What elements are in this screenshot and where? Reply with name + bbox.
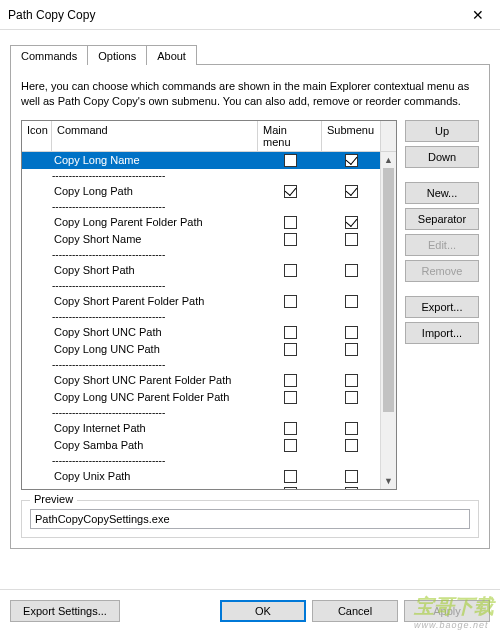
submenu-checkbox[interactable] (345, 391, 358, 404)
scroll-up-button[interactable]: ▲ (381, 152, 396, 168)
ok-button[interactable]: OK (220, 600, 306, 622)
vertical-scrollbar[interactable]: ▲ ▼ (380, 152, 396, 489)
submenu-checkbox[interactable] (345, 233, 358, 246)
tab-commands[interactable]: Commands (10, 45, 88, 65)
main-menu-checkbox[interactable] (284, 470, 297, 483)
main-menu-checkbox[interactable] (284, 233, 297, 246)
table-row[interactable]: Copy Samba Path (22, 437, 396, 454)
submenu-cell (322, 421, 380, 435)
table-row[interactable]: Copy Long Name (22, 152, 396, 169)
submenu-cell (322, 184, 380, 198)
separator-row[interactable]: ---------------------------------- (22, 454, 396, 468)
submenu-checkbox[interactable] (345, 154, 358, 167)
submenu-checkbox[interactable] (345, 374, 358, 387)
separator-row[interactable]: ---------------------------------- (22, 279, 396, 293)
submenu-checkbox[interactable] (345, 470, 358, 483)
table-row[interactable]: Copy Short Name (22, 231, 396, 248)
main-menu-checkbox[interactable] (284, 264, 297, 277)
submenu-checkbox[interactable] (345, 487, 358, 489)
preview-input[interactable] (30, 509, 470, 529)
separator-row[interactable]: ---------------------------------- (22, 248, 396, 262)
up-button[interactable]: Up (405, 120, 479, 142)
cancel-button[interactable]: Cancel (312, 600, 398, 622)
scroll-down-button[interactable]: ▼ (381, 473, 396, 489)
main-menu-checkbox[interactable] (284, 374, 297, 387)
table-row[interactable]: Copy Long UNC Parent Folder Path (22, 389, 396, 406)
row-command-label: Copy Long UNC Parent Folder Path (52, 391, 258, 403)
main-row: Icon Command Main menu Submenu Copy Long… (21, 120, 479, 490)
row-command-label: Copy Samba Path (52, 439, 258, 451)
main-menu-cell (258, 342, 322, 356)
submenu-checkbox[interactable] (345, 185, 358, 198)
submenu-cell (322, 390, 380, 404)
main-menu-checkbox[interactable] (284, 295, 297, 308)
main-menu-checkbox[interactable] (284, 326, 297, 339)
header-command[interactable]: Command (52, 121, 258, 151)
main-menu-cell (258, 486, 322, 488)
table-row[interactable]: Copy Short UNC Path (22, 324, 396, 341)
table-row[interactable]: Copy Short Path (22, 262, 396, 279)
spacer (405, 172, 479, 178)
main-menu-checkbox[interactable] (284, 216, 297, 229)
import-button[interactable]: Import... (405, 322, 479, 344)
table-row[interactable]: Copy Long Parent Folder Path (22, 214, 396, 231)
submenu-cell (322, 469, 380, 483)
separator-row[interactable]: ---------------------------------- (22, 169, 396, 183)
tab-about[interactable]: About (146, 45, 197, 65)
table-row[interactable]: Copy Long UNC Path (22, 341, 396, 358)
main-menu-checkbox[interactable] (284, 154, 297, 167)
main-menu-checkbox[interactable] (284, 343, 297, 356)
separator-row[interactable]: ---------------------------------- (22, 200, 396, 214)
table-row[interactable]: Copy Unix Path (22, 468, 396, 485)
submenu-checkbox[interactable] (345, 422, 358, 435)
scroll-thumb[interactable] (383, 168, 394, 412)
table-row[interactable]: Copy Short UNC Parent Folder Path (22, 372, 396, 389)
table-row[interactable]: Copy Internet Path (22, 420, 396, 437)
table-row[interactable]: Copy Short Parent Folder Path (22, 293, 396, 310)
new-button[interactable]: New... (405, 182, 479, 204)
main-menu-checkbox[interactable] (284, 391, 297, 404)
submenu-cell (322, 325, 380, 339)
submenu-checkbox[interactable] (345, 295, 358, 308)
main-menu-cell (258, 438, 322, 452)
header-submenu[interactable]: Submenu (322, 121, 380, 151)
main-menu-checkbox[interactable] (284, 422, 297, 435)
main-menu-cell (258, 373, 322, 387)
submenu-checkbox[interactable] (345, 216, 358, 229)
submenu-cell (322, 373, 380, 387)
apply-button[interactable]: Apply (404, 600, 490, 622)
main-menu-cell (258, 325, 322, 339)
separator-row[interactable]: ---------------------------------- (22, 406, 396, 420)
submenu-checkbox[interactable] (345, 343, 358, 356)
submenu-checkbox[interactable] (345, 326, 358, 339)
grid-rows: Copy Long Name--------------------------… (22, 152, 396, 489)
side-buttons: Up Down New... Separator Edit... Remove … (405, 120, 479, 490)
commands-grid[interactable]: Icon Command Main menu Submenu Copy Long… (21, 120, 397, 490)
main-menu-cell (258, 390, 322, 404)
edit-button[interactable]: Edit... (405, 234, 479, 256)
separator-button[interactable]: Separator (405, 208, 479, 230)
grid-header: Icon Command Main menu Submenu (22, 121, 396, 152)
submenu-checkbox[interactable] (345, 439, 358, 452)
scroll-track[interactable] (381, 168, 396, 473)
submenu-checkbox[interactable] (345, 264, 358, 277)
export-button[interactable]: Export... (405, 296, 479, 318)
header-main-menu[interactable]: Main menu (258, 121, 322, 151)
row-command-label: Copy Long UNC Path (52, 343, 258, 355)
table-row[interactable]: Copy Long Path (22, 183, 396, 200)
export-settings-button[interactable]: Export Settings... (10, 600, 120, 622)
main-menu-checkbox[interactable] (284, 487, 297, 489)
header-icon[interactable]: Icon (22, 121, 52, 151)
separator-row[interactable]: ---------------------------------- (22, 310, 396, 324)
tab-options[interactable]: Options (87, 45, 147, 65)
row-command-label: Copy Internet Path (52, 422, 258, 434)
separator-row[interactable]: ---------------------------------- (22, 358, 396, 372)
main-menu-cell (258, 184, 322, 198)
content-area: Commands Options About Here, you can cho… (0, 30, 500, 557)
down-button[interactable]: Down (405, 146, 479, 168)
remove-button[interactable]: Remove (405, 260, 479, 282)
main-menu-checkbox[interactable] (284, 439, 297, 452)
close-button[interactable]: ✕ (455, 0, 500, 30)
main-menu-checkbox[interactable] (284, 185, 297, 198)
table-row[interactable]: Copy Cygwin Path (22, 485, 396, 489)
